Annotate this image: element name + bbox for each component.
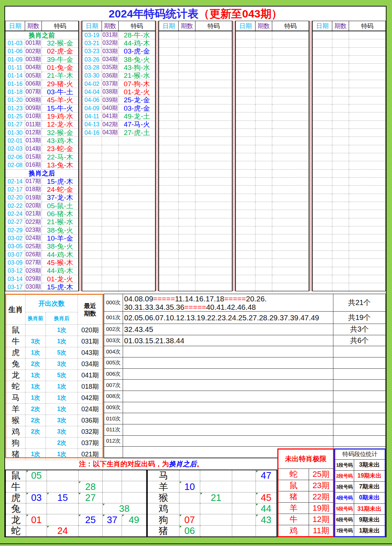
period-cell — [102, 153, 119, 161]
frequency-count-cell — [333, 369, 385, 380]
frequency-table: 000次04.08.09=====11.14.16.17.18=====20.2… — [104, 294, 386, 458]
stats-before-count-cell: 1次 — [25, 381, 46, 392]
empty-row — [313, 170, 385, 178]
period-cell — [179, 275, 195, 283]
number-cell: 06 — [179, 526, 200, 537]
empty-row — [313, 251, 385, 259]
empty-row — [159, 72, 232, 80]
date-cell — [82, 137, 102, 145]
stats-zodiac-cell: 牛 — [6, 336, 25, 347]
unout-periods-cell: 22期 — [309, 491, 333, 502]
period-cell: 006期 — [25, 80, 42, 88]
code-cell: 38-兔-火 — [119, 56, 155, 64]
empty-row — [236, 64, 309, 72]
date-cell — [236, 48, 256, 56]
code-cell — [349, 283, 385, 291]
period-cell — [179, 88, 195, 96]
period-cell: 010期 — [25, 112, 42, 120]
empty-number-cell — [103, 526, 122, 537]
period-cell — [256, 96, 272, 104]
stats-zodiac-cell: 鸡 — [6, 426, 25, 438]
section-header-row: 换肖之前 — [5, 31, 78, 39]
code-cell — [119, 186, 155, 194]
code-cell — [195, 88, 232, 96]
section-header: 换肖之前 — [5, 31, 78, 39]
stats-after-count-cell: 3次 — [46, 426, 78, 438]
unout-zodiac-cell: 鸡 — [278, 525, 309, 536]
table-row: 03-02024期10-羊-金 — [5, 234, 78, 242]
date-cell — [159, 226, 179, 234]
period-cell: 027期 — [25, 259, 42, 267]
note-segment: 换肖之后 — [169, 459, 197, 469]
frequency-count-cell: 共19个 — [333, 312, 385, 324]
code-cell — [195, 202, 232, 210]
frequency-numbers-segment: ===== — [184, 303, 206, 311]
table-row: 01-18007期03-牛-土 — [5, 88, 78, 96]
stats-zodiac-header: 生肖 — [6, 295, 25, 325]
period-cell: 003期 — [25, 56, 42, 64]
date-cell — [236, 56, 256, 64]
period-cell — [256, 178, 272, 186]
date-cell — [313, 80, 332, 88]
date-cell — [313, 112, 332, 120]
period-cell — [256, 137, 272, 145]
period-cell: 035期 — [102, 64, 119, 72]
code-cell: 47-马-火 — [119, 121, 155, 129]
code-header: 特码 — [42, 21, 78, 31]
code-cell — [272, 64, 309, 72]
section-header: 换肖之后 — [5, 170, 78, 178]
empty-row — [236, 112, 309, 120]
code-cell — [349, 243, 385, 251]
period-cell — [332, 39, 349, 47]
frequency-numbers-cell: 01.03.15.21.38.44 — [123, 335, 333, 347]
period-cell — [102, 218, 119, 226]
column-header-row: 日期期数特码 — [159, 21, 232, 31]
empty-number-cell — [79, 526, 103, 537]
table-row: 01-11004期01-兔-金 — [5, 64, 78, 72]
code-cell — [119, 161, 155, 169]
date-cell: 01-27 — [5, 121, 25, 129]
stats-recent-period-cell: 034期 — [78, 359, 103, 370]
code-cell — [195, 251, 232, 259]
period-cell — [256, 145, 272, 153]
code-cell — [272, 194, 309, 202]
code-cell: 01-龙-火 — [119, 88, 155, 96]
code-cell — [272, 112, 309, 120]
empty-number-cell — [26, 481, 47, 492]
empty-row — [313, 259, 385, 267]
period-cell: 039期 — [102, 96, 119, 104]
frequency-label-cell: 007次 — [104, 380, 123, 391]
zodiac-label-cell: 羊 — [148, 481, 179, 492]
code-cell — [272, 31, 309, 39]
date-cell — [313, 178, 332, 186]
empty-row — [313, 129, 385, 137]
period-cell — [179, 243, 195, 251]
date-cell — [236, 259, 256, 267]
frequency-numbers-segment: ===== — [153, 294, 175, 303]
period-cell — [332, 48, 349, 56]
date-cell — [82, 178, 102, 186]
period-cell: 042期 — [102, 121, 119, 129]
zodiac-label-cell: 蛇 — [6, 526, 26, 537]
period-cell — [256, 226, 272, 234]
period-cell — [102, 178, 119, 186]
code-cell — [195, 121, 232, 129]
code-cell: 39-牛-金 — [42, 56, 78, 64]
empty-row — [159, 161, 232, 169]
period-cell — [256, 234, 272, 242]
empty-row — [82, 243, 155, 251]
empty-number-cell — [103, 470, 122, 481]
period-cell — [332, 218, 349, 226]
empty-row — [313, 161, 385, 169]
page: 2024年特码统计表（更新至043期） 日期期数特码换肖之前01-03001期3… — [0, 0, 392, 546]
unout-row: 鼠23期 — [278, 480, 333, 491]
period-cell — [102, 226, 119, 234]
period-cell — [179, 218, 195, 226]
date-header: 日期 — [313, 21, 332, 31]
unout-periods-cell: 19期 — [309, 503, 333, 514]
empty-row — [313, 243, 385, 251]
date-cell — [236, 80, 256, 88]
code-cell — [349, 112, 385, 120]
stats-recent-period-cell: 042期 — [78, 392, 103, 404]
date-cell — [313, 267, 332, 275]
